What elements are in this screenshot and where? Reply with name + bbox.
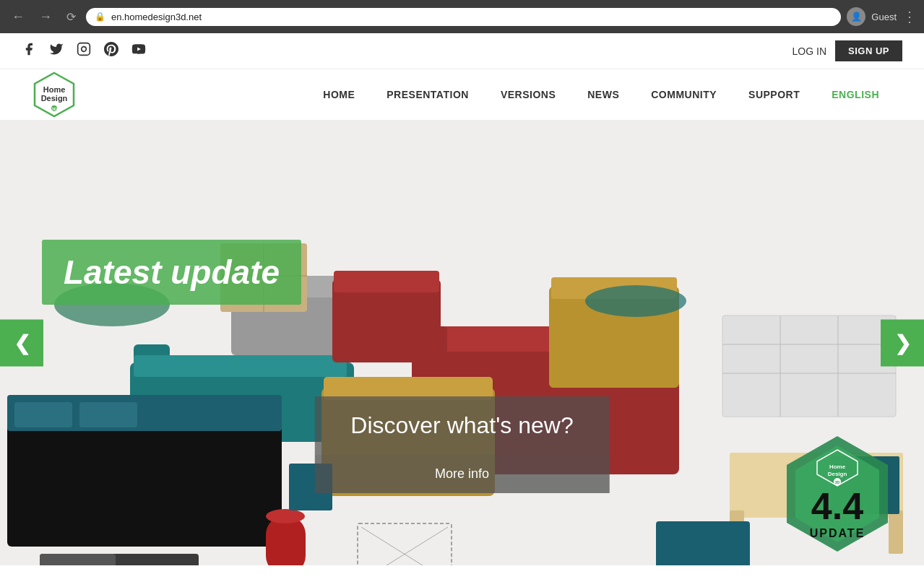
logo-area: Home Design 3D (29, 69, 79, 120)
auth-buttons: LOG IN SIGN UP (793, 40, 902, 61)
nav-presentation[interactable]: PRESENTATION (371, 74, 485, 115)
login-button[interactable]: LOG IN (793, 45, 826, 57)
svg-text:Design: Design (828, 471, 847, 477)
svg-point-48 (585, 285, 686, 317)
svg-rect-31 (722, 316, 896, 417)
nav-versions[interactable]: VERSIONS (485, 74, 571, 115)
svg-text:Home: Home (43, 85, 66, 94)
back-button[interactable]: ← (7, 6, 29, 27)
more-info-button[interactable]: More info (314, 455, 609, 493)
avatar: 👤 (847, 7, 865, 26)
forward-button[interactable]: → (35, 6, 56, 27)
svg-text:UPDATE: UPDATE (810, 527, 865, 539)
latest-update-text: Latest update (64, 253, 280, 291)
nav-links: HOME PRESENTATION VERSIONS NEWS COMMUNIT… (307, 74, 895, 115)
version-badge: Home Design 3D 4.4 UPDATE (780, 432, 895, 558)
browser-right: 👤 Guest ⋮ (847, 7, 917, 26)
guest-label: Guest (871, 12, 897, 22)
address-bar[interactable]: 🔒 en.homedesign3d.net (86, 8, 841, 26)
main-nav: Home Design 3D HOME PRESENTATION VERSION… (0, 69, 924, 121)
logo[interactable]: Home Design 3D (29, 69, 79, 120)
hero-section: Latest update ❮ Discover what's new? Mor… (0, 121, 924, 565)
svg-text:4.4: 4.4 (811, 485, 863, 527)
svg-rect-44 (40, 554, 116, 565)
svg-rect-11 (134, 355, 347, 377)
center-overlay: Discover what's new? More info (314, 396, 609, 493)
instagram-icon[interactable] (77, 42, 91, 60)
latest-update-badge: Latest update (42, 240, 301, 305)
svg-rect-49 (266, 516, 306, 565)
guest-button[interactable]: Guest (871, 12, 897, 22)
discover-text: Discover what's new? (350, 412, 573, 438)
facebook-icon[interactable] (22, 42, 36, 60)
svg-rect-0 (78, 43, 90, 56)
signup-button[interactable]: SIGN UP (835, 40, 902, 61)
svg-text:Design: Design (41, 94, 68, 103)
url-text: en.homedesign3d.net (111, 12, 202, 22)
svg-text:3D: 3D (51, 107, 57, 111)
svg-rect-55 (656, 521, 750, 565)
twitter-icon[interactable] (49, 42, 64, 60)
svg-rect-51 (358, 523, 452, 565)
discover-box: Discover what's new? (314, 396, 609, 455)
svg-line-53 (361, 527, 448, 565)
svg-text:Home: Home (829, 464, 846, 470)
youtube-icon[interactable] (131, 42, 146, 60)
next-arrow-button[interactable]: ❯ (881, 320, 924, 367)
browser-menu-button[interactable]: ⋮ (902, 8, 917, 25)
nav-news[interactable]: NEWS (571, 74, 635, 115)
reload-button[interactable]: ⟳ (62, 7, 80, 27)
svg-rect-15 (334, 271, 439, 292)
svg-point-50 (266, 509, 305, 523)
site-topbar: LOG IN SIGN UP (0, 33, 924, 69)
nav-support[interactable]: SUPPORT (733, 74, 816, 115)
svg-rect-25 (79, 402, 137, 427)
nav-home[interactable]: HOME (307, 74, 371, 115)
social-icons (22, 42, 146, 60)
svg-rect-24 (14, 402, 72, 427)
prev-arrow-button[interactable]: ❮ (0, 320, 43, 367)
nav-english[interactable]: ENGLISH (816, 74, 895, 115)
browser-chrome: ← → ⟳ 🔒 en.homedesign3d.net 👤 Guest ⋮ (0, 0, 924, 33)
nav-community[interactable]: COMMUNITY (635, 74, 733, 115)
pinterest-icon[interactable] (104, 42, 118, 60)
lock-icon: 🔒 (95, 12, 105, 22)
svg-text:3D: 3D (835, 480, 840, 484)
svg-line-52 (361, 527, 448, 565)
